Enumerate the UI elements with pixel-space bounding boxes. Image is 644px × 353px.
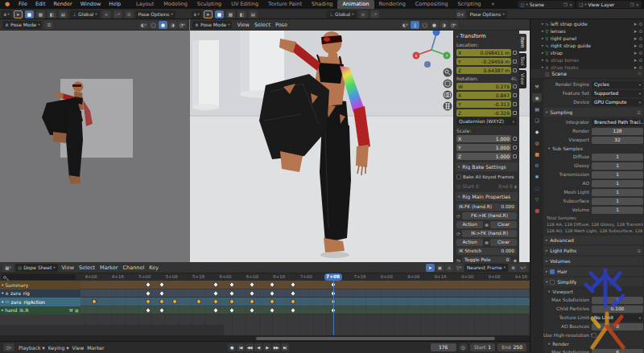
shading-wireframe-icon[interactable]: ◯ xyxy=(149,21,158,29)
tool-option-icon[interactable]: ▤ xyxy=(59,10,68,18)
rotation-mode-dropdown[interactable]: Quaternion (WXYZ)▾ xyxy=(456,117,517,125)
channel-hand_ik.R[interactable]: ▸hand_ik.R⚒▣ xyxy=(0,306,80,315)
lock-icon[interactable] xyxy=(513,84,517,88)
render-tab-icon[interactable]: ◉ xyxy=(532,93,542,102)
current-frame-field[interactable]: 176 xyxy=(431,343,456,351)
snap-magnet-icon[interactable]: ∩ xyxy=(102,10,111,18)
mode-dropdown[interactable]: ⋔Pose Mode▾ xyxy=(2,21,42,29)
shading-material-icon[interactable]: ◑ xyxy=(168,21,177,29)
workspace-tab-texture-paint[interactable]: Texture Paint xyxy=(263,0,307,9)
panel-header-advanced[interactable]: ▸Advanced xyxy=(543,236,643,244)
orientation-dropdown[interactable]: ⊥Global▾ xyxy=(70,10,100,18)
property-value-field[interactable]: 1 xyxy=(592,171,643,179)
snap-mode-dropdown[interactable]: Nearest Frame▾ xyxy=(464,264,508,272)
use-preview-range-icon[interactable]: ◷ xyxy=(459,343,468,351)
tool-option-icon[interactable]: ▩ xyxy=(36,10,45,18)
menu-render[interactable]: Render xyxy=(49,0,76,9)
location-row-z[interactable]: Z0.64387 m xyxy=(456,66,517,74)
dope-mode-dropdown[interactable]: ◎Dope Sheet▾ xyxy=(15,264,58,272)
property-value-field[interactable]: 1 xyxy=(592,180,643,187)
jump-to-end-button[interactable]: ▶| xyxy=(281,343,289,351)
rotation-field-w[interactable]: W0.276 xyxy=(456,83,511,90)
select-cursor-icon[interactable]: ➤ xyxy=(634,51,638,55)
scale-field-y[interactable]: Y1.000 xyxy=(456,144,511,151)
playback-menu-view[interactable]: View xyxy=(71,345,86,351)
subpanel-header-viewport[interactable]: ▾Viewport xyxy=(543,288,643,295)
location-field-y[interactable]: Y-0.29459 m xyxy=(456,58,511,65)
workspace-tab-animation[interactable]: Animation xyxy=(337,0,374,9)
tool-option-icon[interactable]: ◧ xyxy=(47,10,56,18)
world-tab-icon[interactable]: ◍ xyxy=(532,138,542,147)
pose-options-dropdown[interactable]: Pose Options▾ xyxy=(136,10,175,18)
eye-visibility-icon[interactable]: ⊙ xyxy=(638,58,642,63)
lock-icon[interactable] xyxy=(513,60,517,64)
location-row-y[interactable]: Y-0.29459 m xyxy=(456,57,517,65)
proportional-editing-icon[interactable]: ⊙ xyxy=(125,10,134,18)
add-workspace-button[interactable]: + xyxy=(485,0,499,9)
transform-panel-header[interactable]: ▾ Transform xyxy=(456,32,517,41)
snap-mode-icon[interactable]: ∷▾ xyxy=(114,10,122,18)
pin-icon[interactable]: ☉ xyxy=(637,71,642,76)
menu-file[interactable]: File xyxy=(14,0,31,9)
shading-solid-icon[interactable]: ● xyxy=(430,21,439,29)
playback-menu-keying[interactable]: Keying ▾ xyxy=(47,345,71,351)
view-layer-selector[interactable]: ❑ ▾ View Layer ❐ × xyxy=(576,1,642,8)
eye-visibility-icon[interactable]: ⊙ xyxy=(638,51,642,55)
dope-sheet-timeline[interactable]: 4+084+165+005+085+166+006+086+167+007+16… xyxy=(0,273,530,335)
pose-options-dropdown[interactable]: Pose Options▾ xyxy=(468,10,507,18)
rotation-field-y[interactable]: Y-0.313 xyxy=(456,101,511,108)
eye-visibility-icon[interactable]: ⊙ xyxy=(638,22,642,27)
xray-toggle-icon[interactable]: ▯ xyxy=(411,21,419,29)
lock-icon[interactable] xyxy=(513,102,517,106)
transform-pivot-icon[interactable]: ■ xyxy=(25,10,34,18)
channel-zara_rig[interactable]: ▾⋔zara_rig xyxy=(0,289,80,298)
tool-option-icon[interactable]: ◧ xyxy=(237,10,246,18)
lock-icon[interactable] xyxy=(513,68,517,72)
checkbox-icon[interactable] xyxy=(592,333,597,338)
modifiers-tab-icon[interactable]: ⚙ xyxy=(532,161,542,170)
blender-logo-icon[interactable]: ● xyxy=(2,1,12,8)
property-value-field[interactable]: 1 xyxy=(592,154,643,161)
select-cursor-icon[interactable]: ➤ xyxy=(634,58,638,63)
rig-main-panel-header[interactable]: ▾Rig Main Properties xyxy=(456,192,518,201)
current-frame-pill[interactable]: 7+08 xyxy=(324,273,342,281)
mode-icon-dropdown[interactable]: ⋔▾ xyxy=(2,10,11,18)
lock-icon[interactable] xyxy=(513,146,517,150)
next-keyframe-button[interactable]: ▶▶ xyxy=(272,343,280,351)
dope-menu-marker[interactable]: Marker xyxy=(97,265,120,271)
menu-help[interactable]: Help xyxy=(105,0,125,9)
scale-row-z[interactable]: Z1.000 xyxy=(456,152,517,160)
preset-menu-icon[interactable]: ☰ xyxy=(638,110,641,115)
dope-scrollbar[interactable] xyxy=(0,335,530,341)
scene-tab-icon[interactable]: ◆ xyxy=(532,127,542,136)
ik-stretch-row[interactable]: IK Stretch0.000 xyxy=(456,247,517,255)
menu-edit[interactable]: Edit xyxy=(31,0,50,9)
rig-bake-panel-header[interactable]: ▾Rig Bake Settings xyxy=(456,162,518,171)
disclosure-icon[interactable]: ▸ xyxy=(2,308,3,312)
dope-menu-channel[interactable]: Channel xyxy=(121,265,147,271)
snap-mode-icon[interactable]: ∷▾ xyxy=(370,10,379,18)
lock-icon[interactable] xyxy=(513,154,517,158)
viewport-menu-select[interactable]: Select xyxy=(252,22,273,28)
playhead[interactable] xyxy=(333,273,335,335)
remove-layer-icon[interactable]: × xyxy=(635,2,639,7)
proportional-icon[interactable]: ⊕ xyxy=(509,264,518,272)
object-data-tab-icon[interactable]: ▽ xyxy=(532,195,542,203)
subpanel-header-render[interactable]: ▾Render xyxy=(543,340,643,347)
jump-to-start-button[interactable]: |◀ xyxy=(237,343,245,351)
channel-Summary[interactable]: ▾Summary xyxy=(0,281,80,289)
object-tab-icon[interactable]: ■ xyxy=(532,150,542,158)
playback-menu-marker[interactable]: Marker xyxy=(85,345,105,351)
checkbox-icon[interactable] xyxy=(550,280,555,285)
view-layer-tab-icon[interactable]: ❏ xyxy=(532,116,542,125)
eye-visibility-icon[interactable]: ⊙ xyxy=(638,29,642,34)
checkbox-icon[interactable] xyxy=(550,269,555,274)
shading-rendered-icon[interactable]: ◔▾ xyxy=(178,21,187,29)
texture-tab-icon[interactable]: ▩ xyxy=(532,206,542,215)
tool-option-icon[interactable]: ▩ xyxy=(226,10,235,18)
disclosure-icon[interactable]: ▸ xyxy=(542,29,543,33)
rotation-field-z[interactable]: Z-0.329 xyxy=(456,109,511,117)
filter-funnel-icon[interactable]: ▽▾ xyxy=(455,264,464,272)
property-value-field[interactable]: 1 xyxy=(592,297,643,304)
outliner-item[interactable]: ▸⋔strap bones➤⊙ xyxy=(530,56,644,64)
